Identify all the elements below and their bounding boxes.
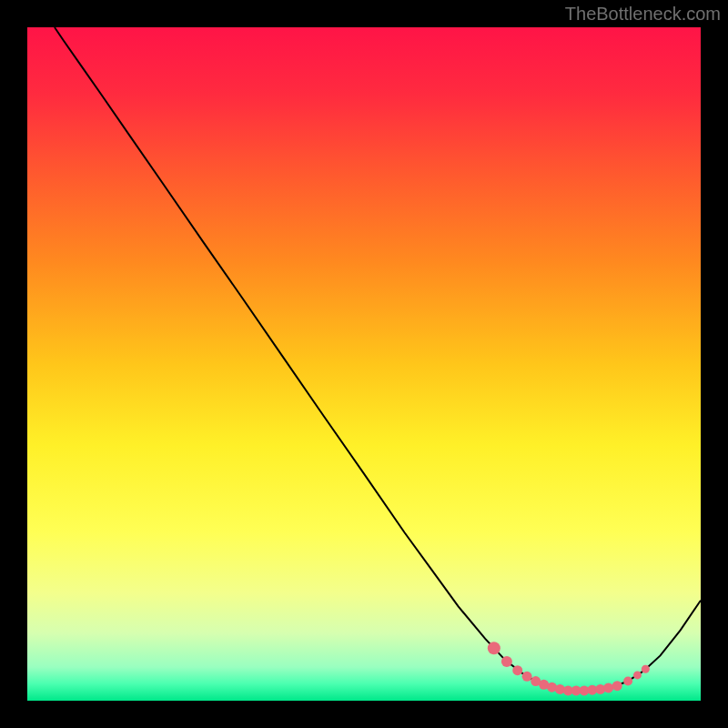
curve-marker (488, 642, 500, 654)
curve-marker (612, 681, 622, 691)
curve-marker (512, 665, 522, 675)
curve-marker (522, 672, 532, 682)
watermark-text: TheBottleneck.com (565, 4, 721, 25)
chart-svg (0, 0, 728, 728)
curve-marker (603, 682, 613, 693)
curve-marker (623, 677, 632, 686)
curve-marker (633, 671, 642, 679)
curve-marker (501, 656, 512, 667)
curve-marker (642, 665, 650, 673)
plot-background (27, 27, 701, 701)
chart-container: TheBottleneck.com (0, 0, 728, 728)
